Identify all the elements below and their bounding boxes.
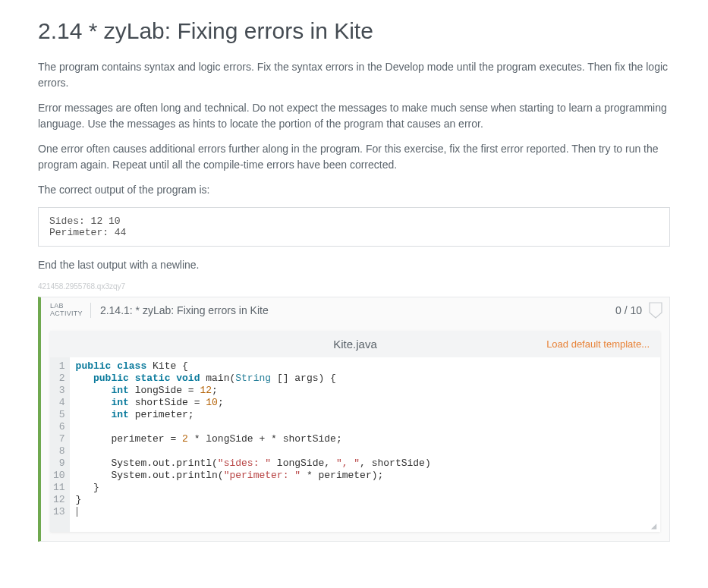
activity-title: 2.14.1: * zyLab: Fixing errors in Kite [100, 304, 615, 316]
activity-header: LAB ACTIVITY 2.14.1: * zyLab: Fixing err… [41, 297, 669, 323]
watermark-id: 421458.2955768.qx3zqy7 [38, 282, 670, 291]
intro-paragraph-3: One error often causes additional errors… [38, 141, 670, 173]
load-default-template-link[interactable]: Load default template... [546, 338, 650, 350]
lab-activity-box: LAB ACTIVITY 2.14.1: * zyLab: Fixing err… [38, 297, 670, 542]
code-content[interactable]: public class Kite { public static void m… [70, 357, 660, 532]
lab-label-line2: ACTIVITY [50, 310, 83, 318]
code-editor-card: Kite.java Load default template... 1 2 3… [50, 331, 660, 532]
shield-icon [648, 302, 663, 319]
intro-paragraph-5: End the last output with a newline. [38, 257, 670, 273]
activity-score: 0 / 10 [615, 304, 642, 316]
intro-paragraph-1: The program contains syntax and logic er… [38, 59, 670, 91]
editor-header: Kite.java Load default template... [50, 331, 660, 357]
code-editor[interactable]: 1 2 3 4 5 6 7 8 9 10 11 12 13 public cla… [50, 357, 660, 532]
page-title: 2.14 * zyLab: Fixing errors in Kite [38, 18, 670, 44]
line-number-gutter: 1 2 3 4 5 6 7 8 9 10 11 12 13 [50, 357, 70, 532]
expected-output: Sides: 12 10 Perimeter: 44 [38, 207, 670, 247]
intro-paragraph-4: The correct output of the program is: [38, 182, 670, 198]
intro-paragraph-2: Error messages are often long and techni… [38, 100, 670, 132]
editor-filename: Kite.java [333, 338, 377, 351]
lab-activity-label: LAB ACTIVITY [50, 303, 91, 318]
